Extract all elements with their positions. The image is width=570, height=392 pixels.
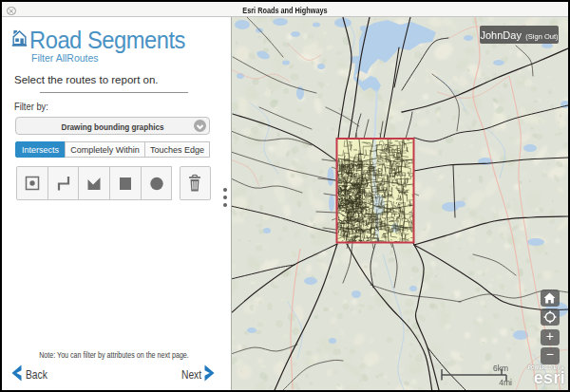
svg-text:6km: 6km: [493, 364, 508, 373]
svg-text:4mi: 4mi: [499, 378, 512, 387]
